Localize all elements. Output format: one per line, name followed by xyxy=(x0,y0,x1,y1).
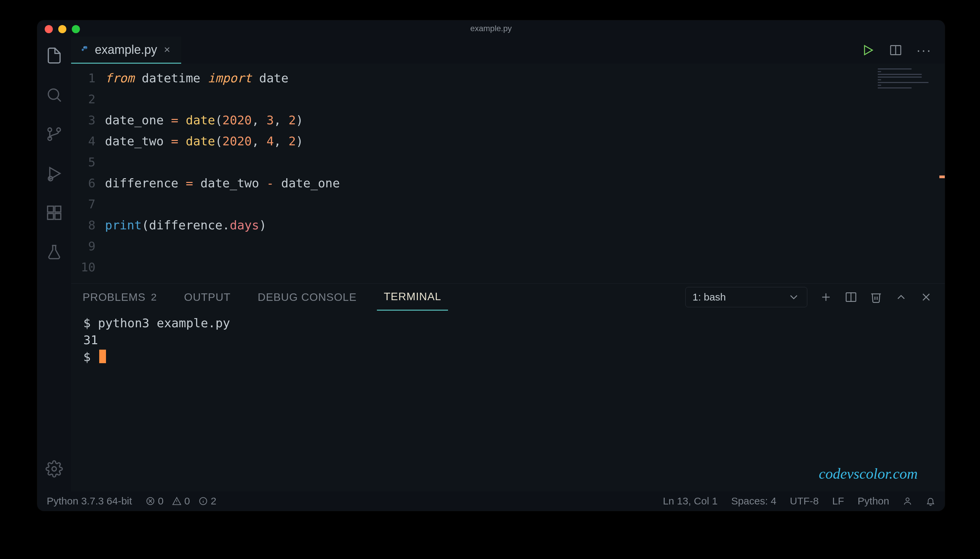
panel-tab-debug-console[interactable]: DEBUG CONSOLE xyxy=(251,284,363,311)
svg-point-11 xyxy=(52,467,56,471)
panel-tab-terminal[interactable]: TERMINAL xyxy=(377,284,448,311)
svg-rect-7 xyxy=(48,206,53,212)
split-terminal-icon[interactable] xyxy=(845,291,858,304)
watermark: codevscolor.com xyxy=(819,465,918,483)
line-number-gutter: 12345678910 xyxy=(71,64,105,278)
svg-point-12 xyxy=(84,47,84,48)
warning-icon xyxy=(172,496,181,506)
overview-ruler-marker xyxy=(939,175,945,178)
window-maximize-button[interactable] xyxy=(72,25,80,33)
info-icon xyxy=(198,496,208,506)
activity-testing[interactable] xyxy=(45,243,63,262)
extensions-icon xyxy=(45,204,63,222)
svg-marker-5 xyxy=(50,168,60,180)
close-panel-icon[interactable] xyxy=(920,291,932,304)
debug-icon xyxy=(45,165,63,182)
code-area[interactable]: from datetime import date date_one = dat… xyxy=(105,64,945,278)
svg-point-2 xyxy=(48,128,52,132)
panel-tab-output[interactable]: OUTPUT xyxy=(177,284,238,311)
feedback-icon[interactable] xyxy=(903,496,912,506)
status-language-mode[interactable]: Python xyxy=(858,495,889,507)
status-indentation[interactable]: Spaces: 4 xyxy=(731,495,776,507)
maximize-panel-icon[interactable] xyxy=(895,291,907,304)
activity-extensions[interactable] xyxy=(45,204,63,223)
svg-rect-8 xyxy=(55,206,61,212)
run-icon[interactable] xyxy=(861,43,875,57)
error-icon xyxy=(145,496,155,506)
status-python-interpreter[interactable]: Python 3.7.3 64-bit xyxy=(47,495,132,507)
activity-search[interactable] xyxy=(45,86,63,105)
panel-tabs: PROBLEMS 2 OUTPUT DEBUG CONSOLE TERMINAL xyxy=(71,284,945,311)
terminal-selector-label: 1: bash xyxy=(693,291,726,303)
panel-tab-problems[interactable]: PROBLEMS 2 xyxy=(76,284,164,311)
activity-bar xyxy=(37,36,71,491)
bottom-panel: PROBLEMS 2 OUTPUT DEBUG CONSOLE TERMINAL xyxy=(71,283,945,491)
panel-tab-label: PROBLEMS xyxy=(82,291,145,304)
tab-label: example.py xyxy=(95,43,157,57)
svg-point-0 xyxy=(48,89,59,99)
search-icon xyxy=(45,86,63,104)
status-eol[interactable]: LF xyxy=(832,495,844,507)
window-minimize-button[interactable] xyxy=(58,25,66,33)
activity-explorer[interactable] xyxy=(45,47,63,66)
panel-tab-label: DEBUG CONSOLE xyxy=(258,291,356,304)
window-close-button[interactable] xyxy=(45,25,53,33)
chevron-down-icon xyxy=(787,291,800,304)
status-diagnostics[interactable]: 0 0 2 xyxy=(145,495,216,507)
activity-source-control[interactable] xyxy=(45,125,63,144)
main-row: example.py × ··· 12345678910 from dateti… xyxy=(37,36,945,491)
problems-count: 2 xyxy=(151,291,157,303)
panel-tab-label: TERMINAL xyxy=(384,290,441,303)
branch-icon xyxy=(45,125,63,143)
terminal-body[interactable]: $ python3 example.py 31 $ xyxy=(71,311,945,491)
panel-tab-label: OUTPUT xyxy=(184,291,231,304)
python-file-icon xyxy=(81,45,89,54)
svg-marker-13 xyxy=(865,46,872,55)
gear-icon xyxy=(45,460,63,478)
svg-rect-9 xyxy=(48,213,53,219)
status-cursor-position[interactable]: Ln 13, Col 1 xyxy=(663,495,718,507)
split-editor-icon[interactable] xyxy=(889,43,902,57)
svg-point-30 xyxy=(906,498,909,501)
vscode-window: example.py xyxy=(37,20,945,511)
files-icon xyxy=(45,47,63,64)
editor[interactable]: 12345678910 from datetime import date da… xyxy=(71,64,945,278)
activity-run-debug[interactable] xyxy=(45,165,63,184)
more-actions-icon[interactable]: ··· xyxy=(917,43,932,58)
kill-terminal-icon[interactable] xyxy=(869,291,883,304)
traffic-lights xyxy=(45,25,80,33)
window-title: example.py xyxy=(470,24,512,33)
activity-settings[interactable] xyxy=(45,460,63,479)
titlebar: example.py xyxy=(37,20,945,36)
panel-actions: 1: bash xyxy=(685,287,932,307)
tabs-row: example.py × ··· xyxy=(71,36,945,64)
svg-line-1 xyxy=(58,98,61,102)
svg-point-3 xyxy=(57,128,61,132)
tab-example-py[interactable]: example.py × xyxy=(71,36,181,64)
new-terminal-icon[interactable] xyxy=(820,291,832,304)
svg-rect-10 xyxy=(55,213,61,219)
notifications-icon[interactable] xyxy=(926,496,935,506)
editor-group: example.py × ··· 12345678910 from dateti… xyxy=(71,36,945,491)
tab-close-icon[interactable]: × xyxy=(163,43,172,56)
beaker-icon xyxy=(45,243,63,261)
terminal-selector[interactable]: 1: bash xyxy=(685,287,807,307)
editor-actions: ··· xyxy=(848,36,945,64)
status-bar: Python 3.7.3 64-bit 0 0 2 Ln 13, Col 1 S… xyxy=(37,491,945,511)
status-encoding[interactable]: UTF-8 xyxy=(790,495,819,507)
